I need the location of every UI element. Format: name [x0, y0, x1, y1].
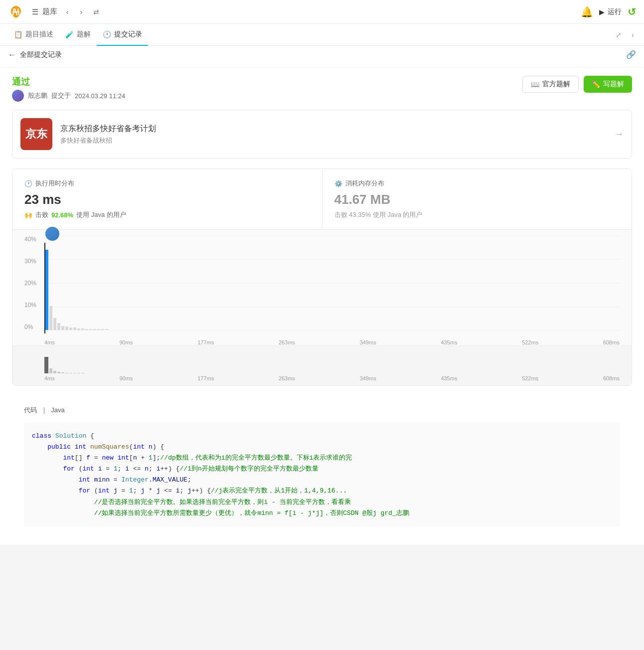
mini-bar [69, 373, 72, 373]
chart-bar [77, 328, 80, 330]
submit-date: 2024.03.29 11:24 [75, 92, 125, 100]
mini-bar [65, 373, 68, 373]
chart-bar [97, 329, 100, 330]
beat-pct: 92.68% [51, 211, 73, 219]
sync-icon[interactable]: ↺ [628, 6, 636, 18]
mini-bar [77, 373, 80, 373]
chart-x-labels: 4ms 90ms 177ms 263ms 349ms 435ms 522ms 6… [44, 337, 620, 345]
tab-submissions[interactable]: 🕐 提交记录 [97, 24, 148, 46]
promo-subtitle: 多快好省备战秋招 [60, 136, 607, 145]
chart-bar [65, 326, 68, 330]
time-value: 23 ms [24, 192, 310, 207]
promo-card[interactable]: 京东 京东秋招多快好省备考计划 多快好省备战秋招 → [12, 110, 632, 159]
nav-list-icon: ☰ [32, 7, 38, 16]
tabs-bar: 📋 题目描述 🧪 题解 🕐 提交记录 ⤢ ‹ [0, 24, 644, 46]
chart-bar [93, 329, 96, 330]
tab-description[interactable]: 📋 题目描述 [8, 24, 59, 46]
problem-bank-nav[interactable]: ☰ 题库 [32, 7, 57, 16]
time-stats-panel: 🕐 执行用时分布 23 ms 🙌 击败 92.68% 使用 Java 的用户 [12, 169, 322, 229]
beat-suffix: 使用 Java 的用户 [76, 210, 126, 219]
tab-actions: ⤢ ‹ [614, 29, 636, 41]
code-lang-label: Java [51, 406, 64, 414]
submit-text: 提交于 [51, 91, 71, 100]
promo-content: 京东秋招多快好省备考计划 多快好省备战秋招 [60, 124, 607, 145]
chart-pointer [44, 226, 60, 242]
submitter-name: 殷志鹏 [28, 91, 47, 100]
mem-value: 41.67 MB [334, 192, 620, 207]
submission-actions: 📖 官方题解 ✏️ 写题解 [522, 76, 632, 93]
shuffle-button[interactable]: ⇄ [93, 8, 99, 16]
run-button[interactable]: ▶ 运行 [599, 7, 622, 16]
chart-bar [89, 329, 92, 330]
promo-logo: 京东 [20, 118, 52, 150]
prev-problem-button[interactable]: ‹ [61, 6, 73, 18]
notification-icon[interactable]: 🔔 [581, 6, 593, 18]
write-btn-label: 写题解 [603, 80, 624, 89]
code-meta: 代码 ｜ Java [24, 406, 620, 415]
next-problem-button[interactable]: › [75, 6, 87, 18]
write-solution-button[interactable]: ✏️ 写题解 [584, 76, 632, 93]
nav-right: 🔔 ▶ 运行 ↺ [581, 6, 636, 18]
promo-title: 京东秋招多快好省备考计划 [60, 124, 607, 134]
chart-bar [53, 318, 56, 330]
time-panel-title: 🕐 执行用时分布 [24, 179, 310, 188]
chart-bar [81, 328, 84, 330]
mini-chart [12, 345, 632, 375]
official-btn-label: 官方题解 [542, 80, 570, 89]
chart-inner [44, 236, 620, 330]
mini-bar [57, 372, 60, 373]
mini-bar [44, 357, 48, 373]
chart-bar [57, 323, 60, 330]
mini-bar [73, 373, 76, 373]
stats-top: 🕐 执行用时分布 23 ms 🙌 击败 92.68% 使用 Java 的用户 ⚙… [12, 169, 632, 229]
top-nav: ☰ 题库 ‹ › ⇄ 🔔 ▶ 运行 ↺ [0, 0, 644, 24]
memory-icon: ⚙️ [334, 180, 342, 187]
promo-logo-text: 京东 [25, 127, 47, 142]
memory-stats-panel: ⚙️ 消耗内存分布 41.67 MB 击败 43.35% 使用 Java 的用户 [322, 169, 632, 229]
chart-bar [73, 327, 76, 330]
code-block[interactable]: class Solution { public int numSquares(i… [24, 423, 620, 527]
submissions-tab-label: 提交记录 [114, 30, 142, 39]
submissions-tab-icon: 🕐 [103, 30, 111, 38]
official-solution-button[interactable]: 📖 官方题解 [522, 76, 579, 93]
nav-arrows: ‹ › [61, 6, 87, 18]
stats-area: 🕐 执行用时分布 23 ms 🙌 击败 92.68% 使用 Java 的用户 ⚙… [12, 168, 632, 386]
code-section: 代码 ｜ Java class Solution { public int nu… [12, 396, 632, 537]
mini-bar [49, 368, 52, 373]
back-bar: ← 全部提交记录 🔗 [0, 46, 644, 68]
mini-bar [61, 372, 64, 373]
submission-header: 通过 殷志鹏 提交于 2024.03.29 11:24 📖 官方题解 ✏️ 写题… [12, 76, 632, 102]
chart-area: 40% 30% 20% 10% 0% [24, 236, 620, 345]
chart-bar [49, 306, 52, 330]
chart-bar [85, 329, 88, 330]
chart-bar [101, 329, 104, 330]
chart-bar [61, 326, 64, 330]
logo[interactable] [8, 4, 24, 20]
tab-solution[interactable]: 🧪 题解 [59, 24, 97, 46]
collapse-button[interactable]: ‹ [630, 29, 636, 41]
code-meta-label: 代码 [24, 406, 37, 414]
fullscreen-button[interactable]: ⤢ [614, 29, 624, 41]
mem-panel-title: ⚙️ 消耗内存分布 [334, 179, 620, 188]
back-label[interactable]: 全部提交记录 [20, 50, 62, 59]
back-button[interactable]: ← [8, 50, 16, 59]
description-tab-label: 题目描述 [25, 30, 53, 39]
link-icon[interactable]: 🔗 [626, 50, 636, 59]
chart-bar [69, 327, 72, 330]
beat-icon: 🙌 [24, 211, 32, 219]
problem-bank-label: 题库 [42, 7, 57, 16]
chart-bars [44, 236, 620, 330]
play-icon: ▶ [599, 8, 605, 16]
chart-pointer-line [44, 243, 45, 333]
mini-x-labels: 4ms 90ms 177ms 263ms 349ms 435ms 522ms 6… [12, 375, 632, 385]
submission-area: 通过 殷志鹏 提交于 2024.03.29 11:24 📖 官方题解 ✏️ 写题… [0, 68, 644, 545]
description-tab-icon: 📋 [14, 30, 22, 38]
time-title-label: 执行用时分布 [35, 179, 74, 188]
solution-tab-icon: 🧪 [65, 30, 74, 38]
mini-bar [81, 373, 84, 373]
time-beat: 🙌 击败 92.68% 使用 Java 的用户 [24, 210, 310, 219]
mini-bar [53, 371, 56, 373]
submission-status: 通过 [12, 76, 125, 88]
book-icon: 📖 [531, 80, 539, 88]
avatar [12, 90, 24, 102]
